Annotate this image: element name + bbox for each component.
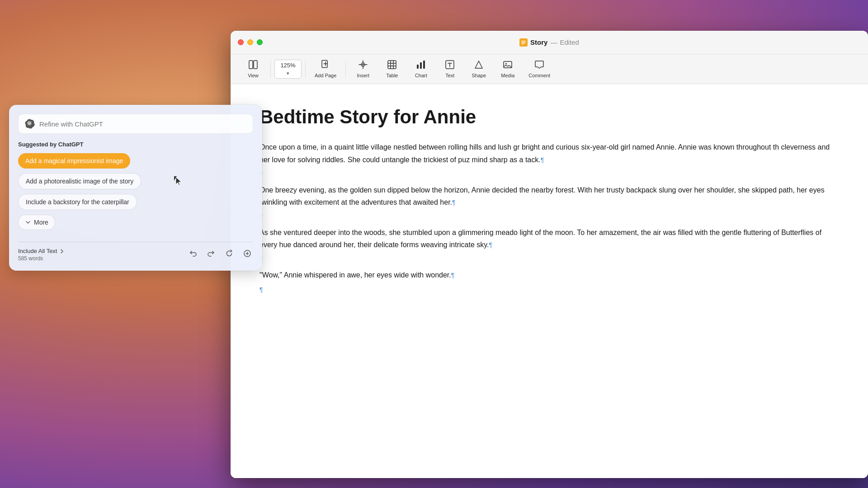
comment-icon — [534, 60, 544, 71]
zoom-control[interactable]: 125% ▾ — [274, 60, 302, 79]
window-separator: — — [550, 38, 557, 46]
view-icon — [248, 60, 258, 71]
empty-para-4: ¶ — [259, 285, 839, 296]
add-page-icon — [321, 60, 330, 71]
chart-icon — [416, 60, 426, 71]
add-icon — [243, 249, 251, 258]
add-button[interactable] — [241, 248, 253, 262]
chatgpt-input-row[interactable] — [18, 114, 253, 134]
more-label: More — [34, 219, 48, 226]
empty-para-2: ¶ — [259, 212, 839, 223]
media-label: Media — [501, 73, 514, 78]
include-all-text-chevron-icon — [59, 248, 65, 254]
shape-toolbar-item[interactable]: Shape — [465, 57, 492, 81]
para-mark-3: ¶ — [489, 241, 493, 249]
app-icon — [519, 38, 528, 47]
paragraph-4: "Wow," Annie whispered in awe, her eyes … — [259, 269, 839, 281]
refresh-icon — [225, 249, 233, 258]
undo-button[interactable] — [187, 248, 199, 262]
chatgpt-refine-input[interactable] — [39, 120, 246, 128]
include-all-text-label: Include All Text — [18, 248, 57, 254]
comment-label: Comment — [528, 73, 550, 78]
svg-rect-6 — [417, 65, 419, 69]
empty-para-3: ¶ — [259, 254, 839, 265]
table-label: Table — [386, 73, 398, 78]
panel-footer: Include All Text 585 words — [18, 242, 253, 262]
para-mark-2: ¶ — [452, 199, 456, 206]
view-toolbar-item[interactable]: View — [240, 57, 267, 81]
undo-icon — [189, 249, 197, 258]
toolbar-divider-2 — [305, 61, 306, 77]
insert-toolbar-item[interactable]: Insert — [349, 57, 377, 81]
maximize-button[interactable] — [257, 39, 263, 45]
svg-point-11 — [505, 63, 507, 65]
zoom-value: 125% — [280, 62, 295, 69]
paragraph-2: One breezy evening, as the golden sun di… — [259, 184, 839, 208]
toolbar: View 125% ▾ Add Page — [231, 54, 868, 84]
svg-rect-5 — [388, 61, 396, 69]
redo-icon — [207, 249, 215, 258]
add-page-toolbar-item[interactable]: Add Page — [309, 57, 342, 81]
table-icon — [387, 60, 397, 71]
media-icon — [503, 60, 513, 71]
chart-toolbar-item[interactable]: Chart — [407, 57, 434, 81]
suggestion-2-button[interactable]: Add a photorealistic image of the story — [18, 173, 141, 189]
paragraph-1: Once upon a time, in a quaint little vil… — [259, 141, 839, 165]
suggestions-list: Add a magical impressionist image Add a … — [18, 153, 253, 235]
text-icon — [445, 60, 455, 71]
window-status: Edited — [560, 38, 579, 46]
word-count: 585 words — [18, 255, 65, 262]
refresh-button[interactable] — [223, 248, 235, 262]
document-title: Bedtime Story for Annie — [259, 106, 839, 128]
include-all-text-section: Include All Text 585 words — [18, 248, 65, 262]
svg-rect-2 — [254, 61, 257, 69]
suggested-label: Suggested by ChatGPT — [18, 141, 253, 148]
table-toolbar-item[interactable]: Table — [378, 57, 406, 81]
suggestion-1-button[interactable]: Add a magical impressionist image — [18, 153, 130, 169]
chart-label: Chart — [415, 73, 427, 78]
para-mark-1: ¶ — [541, 156, 544, 164]
add-page-label: Add Page — [315, 73, 336, 78]
shape-icon — [474, 60, 484, 71]
titlebar-center: Story — Edited — [519, 38, 579, 47]
chatgpt-logo-icon — [25, 119, 35, 129]
insert-icon — [358, 60, 368, 71]
comment-toolbar-item[interactable]: Comment — [523, 57, 556, 81]
more-button[interactable]: More — [18, 215, 55, 230]
toolbar-divider-1 — [270, 61, 271, 77]
chatgpt-panel: Suggested by ChatGPT Add a magical impre… — [9, 105, 262, 271]
close-button[interactable] — [238, 39, 244, 45]
shape-label: Shape — [472, 73, 486, 78]
svg-rect-8 — [423, 61, 425, 69]
window-title: Story — [530, 38, 547, 46]
insert-label: Insert — [357, 73, 370, 78]
media-toolbar-item[interactable]: Media — [494, 57, 521, 81]
pages-window: Story — Edited View 125% ▾ — [231, 31, 868, 478]
para-mark-4: ¶ — [451, 272, 455, 279]
redo-button[interactable] — [205, 248, 217, 262]
toolbar-divider-3 — [345, 61, 346, 77]
include-all-text-button[interactable]: Include All Text — [18, 248, 65, 254]
suggestion-3-button[interactable]: Include a backstory for the caterpillar — [18, 194, 137, 210]
view-label: View — [248, 73, 259, 78]
text-label: Text — [445, 73, 454, 78]
svg-rect-1 — [249, 61, 253, 69]
zoom-chevron: ▾ — [287, 70, 289, 76]
minimize-button[interactable] — [247, 39, 253, 45]
paragraph-3: As she ventured deeper into the woods, s… — [259, 226, 839, 251]
titlebar: Story — Edited — [231, 31, 868, 54]
document-content[interactable]: Bedtime Story for Annie Once upon a time… — [231, 84, 868, 478]
panel-actions — [187, 248, 253, 262]
traffic-lights — [238, 39, 263, 45]
svg-rect-7 — [420, 62, 422, 69]
empty-para-1: ¶ — [259, 169, 839, 180]
text-toolbar-item[interactable]: Text — [436, 57, 463, 81]
chevron-down-icon — [25, 219, 31, 225]
